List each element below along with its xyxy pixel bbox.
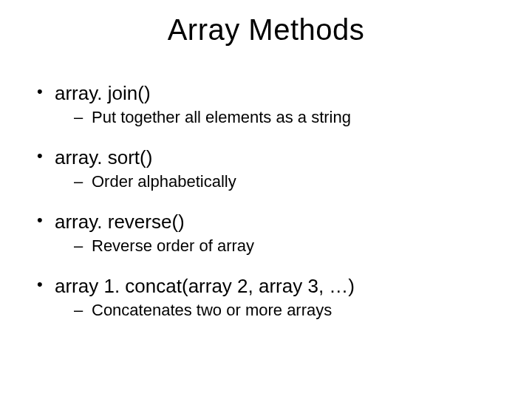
list-item: array. join() Put together all elements … — [35, 81, 497, 128]
method-name: array 1. concat(array 2, array 3, …) — [55, 275, 355, 297]
method-desc: Order alphabetically — [92, 172, 236, 191]
bullet-list: array. join() Put together all elements … — [35, 81, 497, 321]
sub-item: Put together all elements as a string — [69, 107, 497, 129]
method-name: array. join() — [55, 82, 151, 104]
sub-list: Put together all elements as a string — [55, 107, 497, 129]
list-item: array. sort() Order alphabetically — [35, 146, 497, 192]
method-desc: Put together all elements as a string — [92, 108, 351, 126]
sub-item: Concatenates two or more arrays — [69, 300, 497, 321]
slide-title: Array Methods — [0, 13, 532, 47]
list-item: array. reverse() Reverse order of array — [35, 210, 497, 256]
sub-list: Order alphabetically — [55, 171, 497, 193]
method-desc: Reverse order of array — [92, 236, 254, 255]
sub-list: Reverse order of array — [55, 236, 497, 257]
method-name: array. sort() — [55, 146, 152, 168]
list-item: array 1. concat(array 2, array 3, …) Con… — [35, 274, 497, 321]
method-name: array. reverse() — [55, 211, 185, 233]
slide-body: array. join() Put together all elements … — [35, 81, 497, 338]
method-desc: Concatenates two or more arrays — [92, 301, 332, 319]
sub-list: Concatenates two or more arrays — [55, 300, 497, 321]
sub-item: Order alphabetically — [69, 171, 497, 193]
slide: Array Methods array. join() Put together… — [0, 0, 532, 399]
sub-item: Reverse order of array — [69, 236, 497, 257]
